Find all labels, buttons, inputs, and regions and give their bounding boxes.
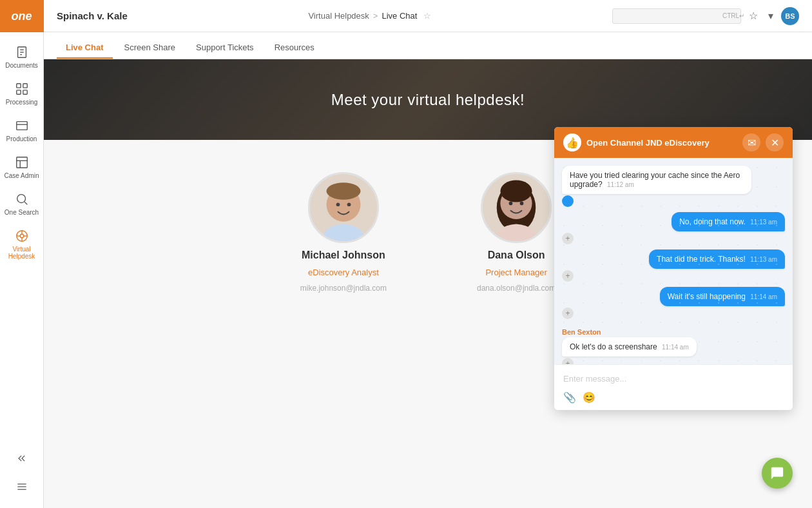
svg-point-29 bbox=[326, 182, 360, 199]
message-1-indicator bbox=[562, 195, 574, 207]
sidebar-item-documents-label: Documents bbox=[5, 62, 38, 69]
case-admin-icon bbox=[15, 155, 29, 170]
message-3-text: That did the trick. Thanks! bbox=[657, 255, 746, 264]
documents-icon bbox=[15, 45, 29, 59]
star-button[interactable]: ☆ bbox=[746, 7, 760, 24]
sidebar-item-case-admin[interactable]: Case Admin bbox=[0, 149, 43, 186]
message-1-bubble: Have you tried clearing your cache since… bbox=[562, 166, 751, 194]
svg-line-15 bbox=[24, 202, 27, 204]
svg-point-35 bbox=[501, 180, 532, 202]
agent-role-dana: Project Manager bbox=[485, 268, 546, 277]
search-input[interactable] bbox=[622, 12, 719, 21]
message-2-reaction[interactable]: + bbox=[562, 233, 574, 244]
message-3: That did the trick. Thanks! 11:13 am + bbox=[562, 249, 785, 282]
chat-header-title: Open Channel JND eDiscovery bbox=[586, 138, 737, 148]
chat-close-button[interactable]: ✕ bbox=[766, 133, 784, 151]
sidebar-item-production[interactable]: Production bbox=[0, 112, 43, 149]
sidebar-item-virtual-helpdesk[interactable]: Virtual Helpdesk bbox=[0, 222, 43, 266]
search-box[interactable]: CTRL↵ bbox=[612, 8, 741, 24]
svg-rect-11 bbox=[16, 157, 27, 168]
message-3-time: 11:13 am bbox=[750, 256, 777, 263]
svg-rect-6 bbox=[16, 90, 20, 94]
agent-card-michael: Michael Johnson eDiscovery Analyst mike.… bbox=[300, 172, 387, 293]
chat-header: 👍 Open Channel JND eDiscovery ✉ ✕ bbox=[554, 127, 793, 158]
breadcrumb: Virtual Helpdesk > Live Chat ☆ bbox=[140, 11, 599, 21]
tab-resources[interactable]: Resources bbox=[266, 37, 324, 59]
agent-name-michael: Michael Johnson bbox=[302, 249, 385, 261]
message-5: Ben Sexton Ok let's do a screenshare 11:… bbox=[562, 324, 785, 364]
message-4-reaction[interactable]: + bbox=[562, 308, 574, 319]
tab-support-tickets[interactable]: Support Tickets bbox=[187, 37, 263, 59]
chat-emoji-button[interactable]: 😊 bbox=[583, 391, 595, 404]
svg-rect-5 bbox=[23, 84, 26, 88]
svg-rect-4 bbox=[16, 84, 20, 88]
virtual-helpdesk-icon bbox=[15, 229, 29, 243]
sidebar-bottom bbox=[0, 447, 43, 508]
chat-messages: Have you tried clearing your cache since… bbox=[554, 158, 793, 364]
one-search-icon bbox=[15, 192, 29, 206]
sidebar-item-one-search[interactable]: One Search bbox=[0, 186, 43, 222]
sidebar-nav: Documents Processing Production Case Adm… bbox=[0, 32, 43, 447]
agent-email-dana: dana.olson@jndla.com bbox=[477, 284, 556, 293]
chat-attach-button[interactable]: 📎 bbox=[563, 391, 576, 404]
case-title: Spinach v. Kale bbox=[57, 10, 128, 21]
message-5-bubble: Ok let's do a screenshare 11:14 am bbox=[562, 337, 697, 357]
message-5-reaction[interactable]: + bbox=[562, 358, 574, 364]
sidebar-item-production-label: Production bbox=[6, 135, 37, 142]
message-2-text: No, doing that now. bbox=[679, 217, 746, 226]
message-3-reaction[interactable]: + bbox=[562, 270, 574, 282]
message-5-sender: Ben Sexton bbox=[562, 328, 601, 336]
svg-rect-8 bbox=[16, 122, 27, 130]
favorite-icon[interactable]: ☆ bbox=[423, 11, 431, 21]
agent-photo-male bbox=[310, 172, 377, 243]
sidebar-item-documents[interactable]: Documents bbox=[0, 39, 43, 75]
logo-text: one bbox=[11, 10, 32, 23]
message-2-time: 11:13 am bbox=[750, 219, 777, 226]
svg-point-17 bbox=[20, 234, 24, 238]
breadcrumb-separator: > bbox=[373, 11, 378, 21]
sidebar-item-processing-label: Processing bbox=[6, 99, 37, 106]
message-4-time: 11:14 am bbox=[750, 293, 777, 300]
message-5-text: Ok let's do a screenshare bbox=[570, 342, 657, 351]
chat-input-area: 📎 😊 bbox=[554, 364, 793, 410]
tab-screen-share[interactable]: Screen Share bbox=[115, 37, 185, 59]
svg-point-30 bbox=[336, 202, 340, 206]
sidebar-item-virtual-helpdesk-label: Virtual Helpdesk bbox=[0, 246, 43, 260]
message-4: Wait it's still happening 11:14 am + bbox=[562, 287, 785, 319]
chat-mail-button[interactable]: ✉ bbox=[742, 133, 760, 151]
message-4-bubble: Wait it's still happening 11:14 am bbox=[660, 287, 785, 306]
breadcrumb-parent: Virtual Helpdesk bbox=[308, 11, 369, 21]
collapse-sidebar-button[interactable] bbox=[0, 447, 43, 470]
message-5-time: 11:14 am bbox=[662, 344, 689, 351]
chat-like-button[interactable]: 👍 bbox=[563, 133, 581, 151]
user-avatar[interactable]: BS bbox=[781, 7, 799, 25]
menu-button[interactable] bbox=[0, 475, 43, 498]
chat-message-input[interactable] bbox=[563, 371, 784, 386]
message-1-time: 11:12 am bbox=[607, 181, 634, 188]
chevron-down-icon[interactable]: ▾ bbox=[766, 7, 776, 24]
app-logo[interactable]: one bbox=[0, 0, 44, 32]
agent-avatar-dana bbox=[481, 172, 552, 243]
processing-icon bbox=[15, 82, 29, 96]
sidebar: one Documents Processing Production Cas bbox=[0, 0, 44, 508]
agent-role-michael: eDiscovery Analyst bbox=[308, 268, 379, 277]
message-4-text: Wait it's still happening bbox=[668, 292, 746, 301]
agent-avatar-michael bbox=[308, 172, 379, 243]
svg-point-36 bbox=[509, 202, 513, 206]
svg-point-37 bbox=[520, 202, 524, 206]
content-area: Meet your virtual helpdesk! bbox=[44, 59, 812, 508]
production-icon bbox=[15, 119, 29, 133]
tab-live-chat[interactable]: Live Chat bbox=[57, 37, 113, 59]
search-shortcut: CTRL↵ bbox=[722, 12, 744, 19]
chat-fab-button[interactable] bbox=[762, 458, 793, 489]
sidebar-item-one-search-label: One Search bbox=[5, 209, 39, 216]
hero-text: Meet your virtual helpdesk! bbox=[331, 91, 525, 109]
sidebar-item-processing[interactable]: Processing bbox=[0, 75, 43, 112]
message-1-text: Have you tried clearing your cache since… bbox=[570, 171, 740, 189]
svg-point-14 bbox=[17, 195, 25, 203]
message-3-bubble: That did the trick. Thanks! 11:13 am bbox=[649, 249, 785, 269]
chat-popup: 👍 Open Channel JND eDiscovery ✉ ✕ Have y… bbox=[554, 127, 793, 410]
agent-card-dana: Dana Olson Project Manager dana.olson@jn… bbox=[477, 172, 556, 293]
breadcrumb-current: Live Chat bbox=[382, 11, 417, 21]
topbar: Spinach v. Kale Virtual Helpdesk > Live … bbox=[44, 0, 812, 32]
